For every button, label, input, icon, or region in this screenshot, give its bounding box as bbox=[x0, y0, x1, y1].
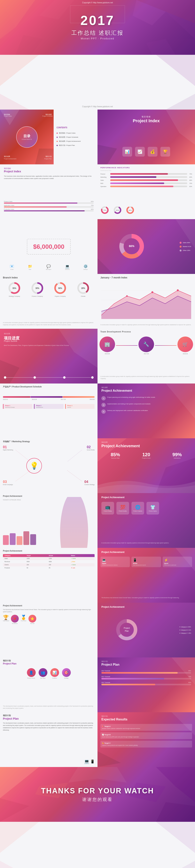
slide-perf-chart: PERFORMANCE INDICATORS Performance Plan … bbox=[98, 164, 195, 219]
team-circle-3: 🛒 2018.09 bbox=[177, 337, 193, 354]
pp2-bar-2: 2017 Turnover 70% bbox=[101, 676, 191, 679]
step-1: 1 Project planning and scheduling using … bbox=[101, 396, 191, 400]
svg-marker-74 bbox=[0, 767, 39, 798]
svg-marker-81 bbox=[0, 822, 39, 853]
money-center: $6,000,000 bbox=[5, 239, 93, 254]
item-label-1: 项目指标 / Project Index bbox=[59, 132, 75, 134]
contents-circle-wrapper: 目录 CONTENTS bbox=[16, 126, 38, 148]
plantext-en: Project Plan bbox=[3, 717, 19, 720]
trophy-4: ⭐ Top Star bbox=[29, 615, 36, 624]
money-box: $6,000,000 bbox=[27, 239, 71, 254]
projresult-label: 项目结果 bbox=[101, 441, 108, 443]
stat-2: 120 Projects Done bbox=[132, 452, 160, 459]
table-row-3: Clients 200 230 ✓ Done bbox=[3, 563, 95, 566]
dot-1 bbox=[57, 132, 58, 134]
icon-grid-3: 🌐 Product Capacity bbox=[131, 502, 144, 515]
item-label-3: 项目成果 / Project Achievement bbox=[59, 140, 81, 142]
svg-marker-76 bbox=[0, 798, 29, 822]
donut-legend: Sales 66% Market 41% Other 26% bbox=[180, 242, 191, 251]
lightbulb: 💡 bbox=[26, 458, 42, 473]
step-2: 2 Implementation and testing of all syst… bbox=[101, 403, 191, 407]
slide-branch: Branch Index 35% Strategy Company 30% bbox=[0, 274, 98, 329]
content-item-4a: 项目计划 bbox=[45, 155, 52, 158]
slide-money: $6,000,000 📧 Email 📁 Files 💬 Messages bbox=[0, 219, 98, 274]
row-10: Project Achievement Overall S & Results … bbox=[0, 493, 195, 548]
project-index-title: Project Index bbox=[133, 118, 160, 123]
row-16: Copyright © http://www.pptstore.net bbox=[0, 822, 195, 868]
ach-donut: Project Plan bbox=[115, 618, 138, 642]
slide-person: Project Achievement Overall S & Results … bbox=[0, 493, 98, 548]
row-8: 产品生产 / Product Development Schedule 2015… bbox=[0, 383, 195, 438]
dept-row-3: Sales 88% bbox=[100, 179, 192, 181]
slide-proj-plan-1: 项目计划 Project Plan 👤 Product Owner 👥 Dev … bbox=[0, 657, 98, 712]
slide-project-index: 项目指标 Project Index 📊 📈 💰 🏆 bbox=[98, 110, 195, 164]
dept-list: Finance 75% Marketing 60% Sales bbox=[100, 173, 192, 187]
slide-marketing: 市场推广 / Marketing Strategy 💡 01 Digital M… bbox=[0, 438, 98, 493]
perf-text: The business index described as financia… bbox=[4, 175, 94, 180]
trophy-content: The Business has Achieved Grand Overall … bbox=[3, 609, 95, 624]
slide-icon-grid: Project Achievement 📺 Product Display 💯 … bbox=[98, 493, 195, 548]
row-15: THANKS FOR YOUR WATCH 谢谢您的观看 bbox=[0, 767, 195, 822]
svg-marker-77 bbox=[156, 802, 195, 822]
pp1-title-en: Project Plan bbox=[3, 662, 17, 665]
pp2-title: Project Plan bbox=[101, 663, 119, 666]
svg-point-53 bbox=[151, 291, 153, 293]
svg-marker-57 bbox=[0, 360, 20, 383]
stat-1: 85% Success Rate bbox=[101, 452, 129, 459]
svg-text:66%: 66% bbox=[129, 245, 135, 248]
pp1-icons: 👤 Product Owner 👥 Dev Team 📊 Analytics 🎯… bbox=[3, 668, 95, 679]
achieve-table: Category Target Actual Status Sales 1000… bbox=[3, 554, 95, 600]
content-item-4b: Project Plan bbox=[44, 158, 52, 159]
thanks-en: THANKS FOR YOUR WATCH bbox=[41, 786, 154, 795]
icon-grid-1: 📺 Product Display bbox=[101, 502, 114, 515]
result-box-1: 🎯 Target A Achieve 100% customer satisfa… bbox=[100, 724, 192, 731]
ach-donut-legend: ✦ Category A: 66% ✦ Category B: 41% ✦ Ca… bbox=[179, 626, 191, 634]
perf-chart-title: PERFORMANCE INDICATORS bbox=[100, 167, 130, 169]
team-circles: 🏢 2015.06 🔧 2017.09 🛒 2018.09 bbox=[99, 337, 193, 354]
svg-marker-30 bbox=[98, 258, 113, 274]
branch-title: Branch Index bbox=[3, 276, 18, 279]
svg-marker-82 bbox=[156, 822, 195, 853]
result-boxes: 🎯 Target A Achieve 100% customer satisfa… bbox=[100, 724, 192, 747]
icon-box-4: 🏆 bbox=[161, 147, 170, 157]
table-row-4: Products 50 45 ✗ Late bbox=[3, 566, 95, 569]
cards-title: Project Achievement bbox=[101, 551, 124, 554]
slides-container: Copyright © http://www.pptstore.net 2017… bbox=[0, 0, 195, 868]
item-label-2: 项目进度 / Project Schedule bbox=[59, 136, 78, 138]
slide-month-index: January - 7 month Index bbox=[98, 274, 195, 329]
slide-donut: 66% Sales 66% Market 41% Other 26% bbox=[98, 219, 195, 274]
slide-proj-plan-2: 项目计划 Project Plan 2017 Turnover 85% 2017… bbox=[98, 657, 195, 712]
mkt-item-02: 02 Social Media bbox=[87, 445, 95, 451]
branch-desc: A construction Innovation group in made … bbox=[3, 322, 95, 326]
row-1: Copyright © http://www.pptstore.net 2017… bbox=[0, 0, 195, 55]
plantext-body: The development team coordinates project… bbox=[3, 722, 95, 731]
svg-marker-83 bbox=[0, 861, 29, 868]
thanks-center: THANKS FOR YOUR WATCH 谢谢您的观看 bbox=[41, 786, 154, 802]
projresult-stats: 85% Success Rate 120 Projects Done 99% S… bbox=[101, 452, 191, 459]
month-chart bbox=[100, 281, 192, 319]
dot-4 bbox=[57, 145, 58, 146]
slide-achieve-table: Project Achievement Category Target Actu… bbox=[0, 548, 98, 603]
pct-1: 35% Strategy Company bbox=[8, 282, 21, 297]
svg-text:35%: 35% bbox=[12, 287, 17, 289]
money-amount: $6,000,000 bbox=[33, 243, 64, 250]
progress-bar-3: Production Index90% bbox=[4, 209, 94, 211]
slide-proj-result: 项目结果 Project Achievement 85% Success Rat… bbox=[98, 438, 195, 493]
dept-row-1: Finance 75% bbox=[100, 173, 192, 175]
icon-grid-4: 👕 Product Deploy bbox=[147, 502, 159, 515]
result-box-3: 💫 Target C Launch 5 new products and exp… bbox=[100, 741, 192, 747]
icon-grid-2: 💯 Product Quality bbox=[117, 502, 129, 515]
slide-team-dev: Team Development Process 🏢 2015.06 🔧 201… bbox=[98, 329, 195, 383]
pct-circles: 35% Strategy Company 30% Finance Company bbox=[3, 282, 95, 297]
row-5: $6,000,000 📧 Email 📁 Files 💬 Messages bbox=[0, 219, 195, 274]
project-index-label: 项目指标 bbox=[141, 116, 151, 118]
card-1: 💻 Digital Product development initiative bbox=[100, 557, 130, 567]
table-header: Category Target Actual Status bbox=[3, 554, 95, 557]
perf-label: 项目指标 bbox=[4, 167, 11, 170]
ach-donut-title: Project Achievement bbox=[101, 606, 124, 608]
pa1-label: 项目成果 bbox=[101, 386, 108, 389]
pp1-icon-1: 👤 Product Owner bbox=[27, 668, 36, 679]
slide-expected: 项目计划 Expected Results 🎯 Target A Achieve… bbox=[98, 712, 195, 767]
device-icons: 💻 📱 bbox=[84, 759, 95, 764]
team-line-1 bbox=[116, 345, 137, 346]
